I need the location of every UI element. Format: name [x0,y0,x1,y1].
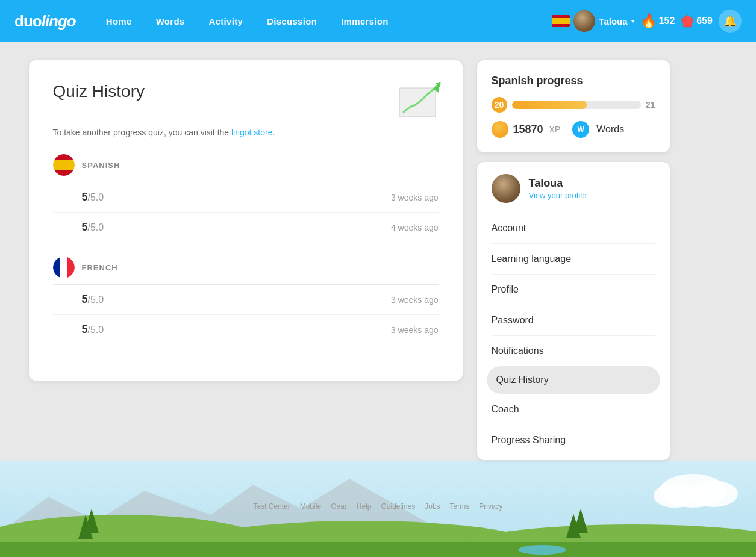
words-icon: W [572,121,589,138]
chart-svg [396,82,445,121]
language-header-french: FRENCH [53,257,439,285]
gem-svg [681,14,694,28]
nav-gems: 659 [681,14,713,28]
svg-point-17 [518,545,566,555]
left-panel: Quiz History To take [29,60,463,460]
language-header-spanish: SPANISH [53,154,439,182]
language-section-spanish: SPANISH 5/5.0 3 weeks ago 5/5.0 4 weeks … [53,154,439,242]
menu-item-account[interactable]: Account [492,213,655,243]
quiz-time-f2: 3 weeks ago [391,325,439,335]
nav-user[interactable]: Taloua ▾ [552,10,634,32]
menu-item-notifications[interactable]: Notifications [492,335,655,366]
user-card: Taloua View your profile Account Learnin… [477,162,670,460]
lingot-store-link[interactable]: lingot store. [231,128,275,137]
svg-point-11 [452,524,756,557]
right-panel: Spanish progress 20 21 15870 XP W Words [477,60,670,460]
table-row: 5/5.0 3 weeks ago [53,285,439,315]
spanish-flag [53,154,75,176]
chart-icon [396,82,439,118]
user-details: Taloua View your profile [529,177,587,201]
french-flag [53,257,75,278]
xp-stat: 15870 XP [492,121,561,138]
footer-link-gear[interactable]: Gear [331,502,347,511]
svg-rect-12 [0,542,756,557]
table-row: 5/5.0 4 weeks ago [53,213,439,242]
nav-link-discussion[interactable]: Discussion [255,0,329,42]
footer-link-testcenter[interactable]: Test Center [253,502,290,511]
flame-icon: 🔥 [640,13,657,29]
nav-link-immersion[interactable]: Immersion [329,0,401,42]
user-info: Taloua View your profile [492,174,655,203]
progress-title: Spanish progress [492,75,655,87]
menu-item-learning-language[interactable]: Learning language [492,243,655,274]
menu-item-profile[interactable]: Profile [492,274,655,305]
quiz-score-f2: 5/5.0 [82,323,391,336]
progress-card: Spanish progress 20 21 15870 XP W Words [477,60,670,152]
table-row: 5/5.0 3 weeks ago [53,315,439,344]
footer-link-mobile[interactable]: Mobile [300,502,321,511]
streak-count: 152 [659,16,675,26]
footer-link-jobs[interactable]: Jobs [425,502,440,511]
language-section-french: FRENCH 5/5.0 3 weeks ago 5/5.0 3 weeks a… [53,257,439,344]
navbar: duolingo Home Words Activity Discussion … [0,0,756,42]
gems-count: 659 [696,16,713,26]
xp-bar-container: 20 21 [492,97,655,113]
view-profile-link[interactable]: View your profile [529,191,587,200]
table-row: 5/5.0 3 weeks ago [53,182,439,213]
quiz-time-f1: 3 weeks ago [391,295,439,305]
quiz-card-header: Quiz History [53,82,439,118]
level-badge: 20 [492,97,507,113]
chevron-down-icon: ▾ [631,18,634,25]
menu-item-password[interactable]: Password [492,305,655,335]
nav-link-home[interactable]: Home [94,0,144,42]
gem-icon [681,14,694,28]
footer-link-privacy[interactable]: Privacy [479,502,502,511]
nav-right: Taloua ▾ 🔥 152 659 🔔 [552,10,742,33]
user-avatar [492,174,520,203]
quiz-title: Quiz History [53,82,145,101]
main-container: Quiz History To take [17,42,740,478]
stats-row: 15870 XP W Words [492,121,655,138]
xp-label: XP [549,125,561,134]
spanish-language-name: SPANISH [82,161,120,170]
logo[interactable]: duolingo [14,12,76,31]
menu-item-quiz-history[interactable]: Quiz History [487,366,660,394]
quiz-time-s2: 4 weeks ago [391,223,439,232]
quiz-time-s1: 3 weeks ago [391,193,439,202]
footer-link-help[interactable]: Help [357,502,372,511]
quiz-card: Quiz History To take [29,60,463,381]
french-language-name: FRENCH [82,263,118,272]
xp-icon [492,121,508,138]
menu-item-progress-sharing[interactable]: Progress Sharing [492,425,655,455]
footer-link-terms[interactable]: Terms [450,502,470,511]
user-name: Taloua [529,177,587,190]
xp-progress-bar [512,101,641,109]
xp-bar-fill [512,101,587,109]
nav-links: Home Words Activity Discussion Immersion [94,0,552,42]
xp-value: 15870 [513,123,543,136]
nav-avatar [573,10,595,32]
footer: Test Center Mobile Gear Help Guidelines … [0,496,756,523]
settings-menu: Account Learning language Profile Passwo… [492,213,655,455]
notification-bell-button[interactable]: 🔔 [719,10,742,33]
quiz-score-s2: 5/5.0 [82,221,391,234]
quiz-score-f1: 5/5.0 [82,293,391,306]
words-stat: W Words [572,121,624,138]
footer-link-guidelines[interactable]: Guidelines [381,502,416,511]
nav-flag-spain [552,15,570,27]
svg-point-10 [181,521,542,557]
quiz-score-s1: 5/5.0 [82,191,391,204]
nav-username: Taloua [599,16,627,26]
next-level-badge: 21 [646,100,655,110]
nav-avatar-image [573,10,595,32]
quiz-subtitle: To take another progress quiz, you can v… [53,128,439,137]
menu-item-coach[interactable]: Coach [492,394,655,425]
nav-link-words[interactable]: Words [144,0,197,42]
nav-link-activity[interactable]: Activity [197,0,255,42]
words-label: Words [596,124,624,135]
nav-streak: 🔥 152 [640,13,675,29]
